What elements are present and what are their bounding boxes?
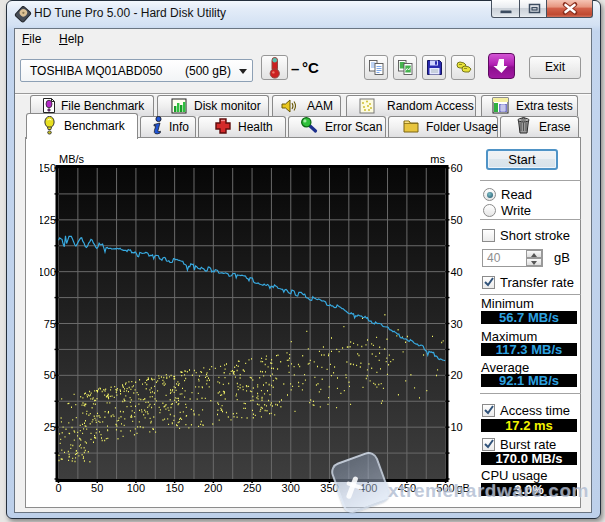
svg-text:40: 40 [451, 266, 463, 278]
svg-text:25: 25 [44, 421, 56, 433]
svg-text:100: 100 [127, 482, 145, 494]
svg-text:MB/s: MB/s [59, 153, 85, 165]
svg-text:200: 200 [204, 482, 222, 494]
svg-text:125: 125 [40, 214, 56, 226]
svg-text:150: 150 [165, 482, 183, 494]
svg-text:50: 50 [91, 482, 103, 494]
svg-text:0: 0 [55, 482, 61, 494]
svg-text:30: 30 [451, 318, 463, 330]
svg-text:150: 150 [40, 162, 56, 174]
svg-text:100: 100 [40, 266, 56, 278]
svg-text:ms: ms [430, 153, 445, 165]
svg-text:50: 50 [451, 214, 463, 226]
svg-text:60: 60 [451, 162, 463, 174]
svg-text:250: 250 [243, 482, 261, 494]
svg-text:50: 50 [44, 369, 56, 381]
svg-text:75: 75 [44, 318, 56, 330]
svg-text:300: 300 [282, 482, 300, 494]
svg-text:10: 10 [451, 421, 463, 433]
svg-text:20: 20 [451, 369, 463, 381]
